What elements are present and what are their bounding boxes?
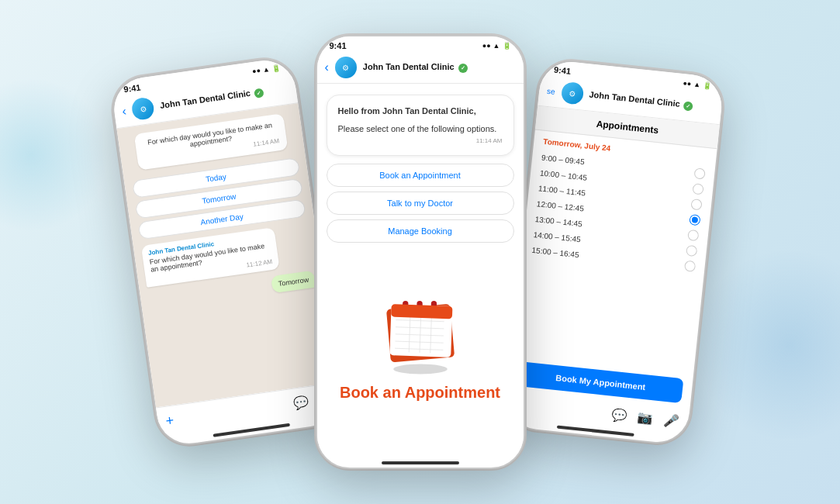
- right-status-icons: ●● ▲ 🔋: [682, 79, 711, 90]
- right-radio-1[interactable]: [692, 183, 703, 195]
- left-sent-reply: Tomorrow: [271, 271, 316, 294]
- right-appointments-list: 9:00 – 09:45 10:00 – 10:45 11:00 – 11:45…: [511, 147, 715, 373]
- center-status-bar: 9:41 ●● ▲ 🔋: [317, 36, 524, 52]
- left-time: 9:41: [123, 82, 140, 94]
- right-radio-0[interactable]: [693, 167, 705, 179]
- center-option-doctor[interactable]: Talk to my Doctor: [327, 192, 514, 215]
- right-radio-6[interactable]: [683, 261, 695, 272]
- right-chat-icon[interactable]: 💬: [610, 407, 627, 423]
- right-camera-icon[interactable]: 📷: [636, 409, 653, 426]
- right-clinic-avatar: ⚙: [560, 81, 584, 105]
- right-radio-4[interactable]: [687, 230, 699, 241]
- left-chat-icon[interactable]: 💬: [292, 394, 309, 411]
- right-phone: 9:41 ●● ▲ 🔋 se ⚙ John Tan Dental Clinic …: [502, 57, 726, 447]
- right-clinic-name: John Tan Dental Clinic ✓: [588, 90, 714, 114]
- left-plus-icon[interactable]: +: [164, 413, 175, 430]
- left-verified-badge: ✓: [254, 88, 264, 98]
- left-phone: 9:41 ●● ▲ 🔋 ‹ ⚙ John Tan Dental Clinic ✓: [108, 55, 344, 450]
- center-msg-time: 11:14 AM: [338, 136, 503, 146]
- left-back-button[interactable]: ‹: [121, 104, 127, 119]
- right-back-button[interactable]: se: [546, 86, 555, 95]
- center-verified-badge: ✓: [458, 64, 468, 73]
- left-chat-options: Today Tomorrow Another Day: [132, 157, 306, 240]
- center-message-bubble: Hello from John Tan Dental Clinic, Pleas…: [327, 95, 514, 156]
- right-mic-icon[interactable]: 🎤: [662, 413, 679, 429]
- center-calendar-icon: [378, 292, 463, 378]
- center-header: ‹ ⚙ John Tan Dental Clinic ✓: [317, 52, 524, 84]
- center-body: Please select one of the following optio…: [338, 123, 503, 136]
- center-home-indicator: [382, 461, 459, 464]
- center-back-button[interactable]: ‹: [325, 60, 329, 74]
- center-option-book[interactable]: Book an Appointment: [327, 164, 514, 187]
- right-radio-2[interactable]: [690, 198, 702, 210]
- center-time: 9:41: [330, 41, 347, 50]
- left-chat-area: For which day would you like to make an …: [116, 103, 337, 407]
- center-options: Book an Appointment Talk to my Doctor Ma…: [327, 164, 514, 247]
- center-calendar-area: Book an Appointment: [327, 247, 514, 446]
- right-verified-badge: ✓: [683, 101, 693, 111]
- center-chat-area: Hello from John Tan Dental Clinic, Pleas…: [317, 84, 524, 457]
- center-clinic-name: John Tan Dental Clinic ✓: [363, 62, 516, 73]
- right-time: 9:41: [553, 65, 571, 76]
- left-clinic-avatar: ⚙: [130, 96, 155, 121]
- center-clinic-avatar: ⚙: [335, 57, 357, 78]
- right-radio-3-selected[interactable]: [689, 214, 700, 226]
- center-greeting: Hello from John Tan Dental Clinic,: [338, 105, 503, 118]
- center-book-text: Book an Appointment: [340, 384, 500, 402]
- phones-container: 9:41 ●● ▲ 🔋 ‹ ⚙ John Tan Dental Clinic ✓: [118, 19, 723, 485]
- center-phone: 9:41 ●● ▲ 🔋 ‹ ⚙ John Tan Dental Clinic ✓…: [316, 35, 525, 469]
- center-status-icons: ●● ▲ 🔋: [482, 42, 511, 50]
- right-radio-5[interactable]: [686, 245, 697, 257]
- center-option-manage[interactable]: Manage Booking: [327, 219, 514, 243]
- svg-point-0: [393, 364, 448, 374]
- svg-rect-14: [391, 304, 452, 319]
